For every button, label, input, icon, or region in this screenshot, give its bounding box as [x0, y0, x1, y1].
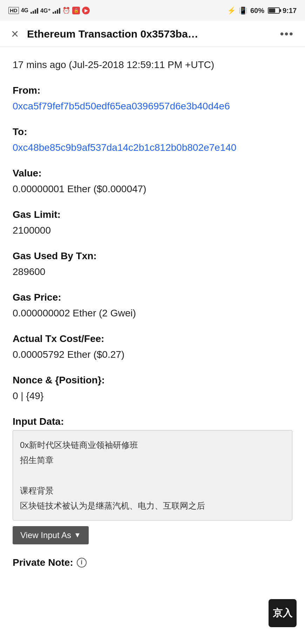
gas-price-value: 0.000000002 Ether (2 Gwei) [13, 306, 292, 321]
bluetooth-icon: ⚡ [227, 6, 236, 15]
gas-price-label: Gas Price: [13, 292, 292, 303]
app-icon-2: ▶ [82, 7, 90, 14]
from-label: From: [13, 85, 292, 96]
close-button[interactable]: × [8, 28, 21, 40]
private-note-label: Private Note: [13, 557, 73, 568]
timestamp-value: 17 mins ago (Jul-25-2018 12:59:11 PM +UT… [13, 58, 292, 72]
view-input-as-button[interactable]: View Input As ▼ [13, 526, 89, 544]
page-title: Ethereum Transaction 0x3573ba… [27, 28, 271, 40]
info-icon[interactable]: i [77, 558, 87, 568]
from-address[interactable]: 0xca5f79fef7b5d50edf65ea0396957d6e3b40d4… [13, 99, 292, 114]
to-label: To: [13, 126, 292, 137]
battery-percent: 60% [250, 7, 264, 15]
app-icon-1: 🔒 [72, 7, 80, 14]
more-button[interactable]: ••• [277, 27, 297, 40]
dropdown-arrow-icon: ▼ [74, 531, 81, 539]
network-4g-2: 4G⁺ [40, 7, 50, 14]
input-data-content: 0x新时代区块链商业领袖研修班招生简章课程背景区块链技术被认为是继蒸汽机、电力、… [13, 430, 292, 521]
hd-badge: HD [8, 7, 19, 14]
timestamp-block: 17 mins ago (Jul-25-2018 12:59:11 PM +UT… [13, 58, 292, 72]
alarm-icon: ⏰ [62, 7, 70, 14]
network-4g-1: 4G [21, 7, 28, 14]
nav-bar: × Ethereum Transaction 0x3573ba… ••• [0, 21, 305, 47]
gas-limit-value: 2100000 [13, 223, 292, 238]
gas-price-block: Gas Price: 0.000000002 Ether (2 Gwei) [13, 292, 292, 321]
signal-bars-2 [53, 7, 60, 14]
status-right: ⚡ 📳 60% 9:17 [227, 6, 297, 15]
gas-used-label: Gas Used By Txn: [13, 250, 292, 262]
status-left: HD 4G 4G⁺ ⏰ 🔒 ▶ [8, 7, 90, 14]
gas-limit-label: Gas Limit: [13, 209, 292, 220]
signal-bars-1 [30, 7, 38, 14]
private-note-section: Private Note: i [13, 557, 292, 568]
view-input-as-label: View Input As [20, 530, 71, 540]
battery-icon [268, 7, 280, 14]
input-data-text: 0x新时代区块链商业领袖研修班招生简章课程背景区块链技术被认为是继蒸汽机、电力、… [20, 440, 205, 510]
vibrate-icon: 📳 [239, 6, 248, 15]
actual-tx-block: Actual Tx Cost/Fee: 0.00005792 Ether ($0… [13, 333, 292, 362]
gas-used-value: 289600 [13, 264, 292, 279]
nonce-label: Nonce & {Position}: [13, 375, 292, 386]
to-address[interactable]: 0xc48be85c9b9af537da14c2b1c812b0b802e7e1… [13, 140, 292, 155]
input-data-label: Input Data: [13, 416, 292, 427]
transaction-content: 17 mins ago (Jul-25-2018 12:59:11 PM +UT… [0, 47, 305, 579]
value-text: 0.00000001 Ether ($0.000047) [13, 182, 292, 196]
from-block: From: 0xca5f79fef7b5d50edf65ea0396957d6e… [13, 85, 292, 114]
time-display: 9:17 [283, 7, 297, 15]
gas-limit-block: Gas Limit: 2100000 [13, 209, 292, 238]
input-data-block: Input Data: 0x新时代区块链商业领袖研修班招生简章课程背景区块链技术… [13, 416, 292, 544]
overlay-text: 京入 [273, 606, 292, 620]
actual-tx-label: Actual Tx Cost/Fee: [13, 333, 292, 344]
gas-used-block: Gas Used By Txn: 289600 [13, 250, 292, 279]
nonce-block: Nonce & {Position}: 0 | {49} [13, 375, 292, 403]
bottom-overlay-icon: 京入 [269, 599, 297, 627]
actual-tx-value: 0.00005792 Ether ($0.27) [13, 347, 292, 362]
value-block: Value: 0.00000001 Ether ($0.000047) [13, 168, 292, 196]
to-block: To: 0xc48be85c9b9af537da14c2b1c812b0b802… [13, 126, 292, 155]
nonce-value: 0 | {49} [13, 389, 292, 403]
value-label: Value: [13, 168, 292, 179]
status-bar: HD 4G 4G⁺ ⏰ 🔒 ▶ ⚡ 📳 60% 9:17 [0, 0, 305, 21]
